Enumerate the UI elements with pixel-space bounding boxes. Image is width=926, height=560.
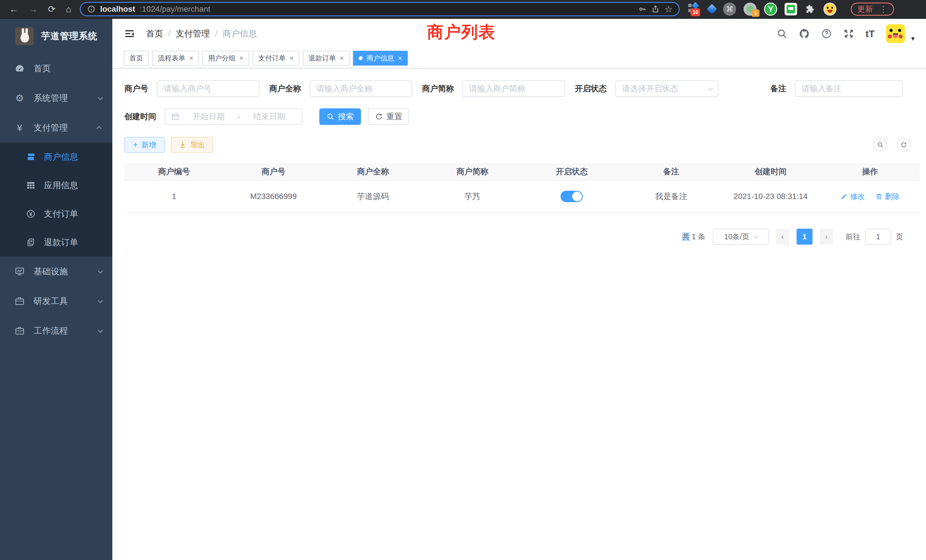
page-info-icon[interactable] [87, 5, 95, 14]
sidebar-item-infrastructure[interactable]: 基础设施 [0, 257, 112, 286]
tab-merchant-info[interactable]: 商户信息 × [353, 51, 408, 65]
goto-page-input[interactable] [865, 229, 891, 245]
extension-command-icon[interactable]: ⌘ [723, 3, 736, 16]
add-button[interactable]: + 新增 [124, 137, 165, 153]
column-header: 商户全称 [323, 166, 423, 177]
refresh-table-button[interactable] [897, 138, 911, 152]
tab-process-form[interactable]: 流程表单 × [152, 51, 199, 65]
cell-remark: 我是备注 [622, 191, 721, 202]
toggle-search-button[interactable] [873, 138, 887, 152]
cell-short-name: 芋艿 [422, 191, 522, 202]
sidebar-item-dev-tools[interactable]: 研发工具 [0, 286, 112, 316]
column-header: 备注 [622, 166, 721, 177]
sidebar-collapse-icon[interactable] [124, 28, 135, 39]
extension-y-icon[interactable]: Y [764, 3, 777, 16]
tab-label: 首页 [129, 54, 143, 63]
end-date-placeholder[interactable]: 结束日期 [243, 111, 296, 122]
browser-reload-icon[interactable]: ⟳ [48, 5, 56, 14]
filter-full-name: 商户全称 [269, 80, 412, 97]
export-button[interactable]: 导出 [171, 137, 213, 153]
sidebar-item-payment[interactable]: ¥ 支付管理 [0, 113, 112, 142]
remark-input[interactable] [795, 80, 903, 97]
extensions-puzzle-icon[interactable] [805, 3, 816, 15]
delete-link[interactable]: 删除 [875, 192, 900, 201]
extension-chat-icon[interactable] [785, 3, 797, 15]
close-icon[interactable]: × [189, 54, 193, 62]
status-select[interactable]: 请选择开启状态 [615, 80, 719, 97]
cell-status [522, 191, 622, 202]
status-label: 开启状态 [575, 83, 607, 94]
delete-label: 删除 [885, 192, 900, 201]
close-icon[interactable]: × [398, 54, 402, 62]
breadcrumb-home[interactable]: 首页 [146, 28, 163, 39]
edit-link[interactable]: 修改 [840, 192, 865, 201]
sidebar-item-refund-order[interactable]: 退款订单 [0, 228, 112, 257]
prev-page-button[interactable]: ‹ [776, 229, 789, 245]
sidebar-item-label: 工作流程 [34, 325, 98, 337]
search-button[interactable]: 搜索 [319, 108, 361, 125]
fullscreen-icon[interactable] [843, 28, 854, 39]
breadcrumb-separator: / [168, 29, 171, 38]
yen-icon: ¥ [14, 122, 26, 133]
chevron-down-icon [754, 233, 759, 238]
profile-avatar-icon[interactable] [823, 3, 837, 16]
extension-badge: 10 [690, 8, 700, 16]
sidebar-item-pay-order[interactable]: 支付订单 [0, 200, 112, 228]
tab-user-group[interactable]: 用户分组 × [203, 51, 249, 65]
chevron-down-icon [708, 86, 713, 90]
avatar-caret-icon[interactable]: ▾ [911, 35, 915, 42]
extension-tabs-icon[interactable]: 10 [688, 2, 701, 16]
column-header: 商户号 [224, 166, 323, 177]
user-avatar[interactable] [886, 24, 905, 43]
search-icon[interactable] [776, 28, 787, 39]
browser-address-bar[interactable]: localhost:1024/pay/merchant ☆ [80, 2, 680, 16]
tab-refund-order[interactable]: 退款订单 × [303, 51, 350, 65]
tab-pay-order[interactable]: 支付订单 × [253, 51, 300, 65]
browser-home-icon[interactable]: ⌂ [66, 5, 71, 14]
sidebar-item-home[interactable]: 首页 [0, 54, 112, 83]
bookmark-star-icon[interactable]: ☆ [664, 5, 673, 14]
start-date-placeholder[interactable]: 开始日期 [182, 111, 235, 122]
breadcrumb-separator: / [215, 29, 217, 38]
sidebar-item-workflow[interactable]: 工作流程 [0, 316, 112, 345]
extension-status-icon[interactable]: 1 [743, 3, 757, 16]
help-icon[interactable] [821, 28, 832, 39]
browser-forward-icon[interactable]: → [29, 5, 38, 14]
tags-view-bar: 首页 流程表单 × 用户分组 × 支付订单 × 退款订单 × 商户信息 × [112, 48, 926, 68]
date-range-picker[interactable]: 开始日期 - 结束日期 [165, 108, 302, 125]
browser-menu-icon[interactable]: ⋮ [879, 4, 888, 14]
sidebar-item-system[interactable]: ⚙ 系统管理 [0, 83, 112, 113]
total-count: 1 [691, 232, 696, 241]
page-size-select[interactable]: 10条/页 [713, 229, 769, 245]
breadcrumb-payment[interactable]: 支付管理 [176, 28, 210, 39]
close-icon[interactable]: × [340, 54, 344, 62]
browser-back-icon[interactable]: ← [9, 5, 18, 14]
table-row: 1 M233666999 芋道源码 芋艿 我是备注 2021-10-23 08:… [124, 181, 920, 213]
sidebar-item-merchant-info[interactable]: 商户信息 [0, 142, 112, 171]
top-navbar: 首页 / 支付管理 / 商户信息 商户列表 [112, 19, 926, 48]
tab-home[interactable]: 首页 [124, 51, 149, 65]
trash-icon [875, 193, 883, 200]
extension-gem-icon[interactable] [707, 4, 717, 15]
status-toggle[interactable] [560, 191, 583, 202]
reset-button[interactable]: 重置 [368, 108, 409, 125]
close-icon[interactable]: × [290, 54, 294, 62]
next-page-button[interactable]: › [820, 229, 833, 245]
merchant-no-input[interactable] [157, 80, 259, 97]
close-icon[interactable]: × [239, 54, 244, 62]
page-unit-label: 页 [896, 232, 903, 242]
font-size-icon[interactable]: tT [865, 28, 875, 39]
current-page-button[interactable]: 1 [797, 229, 813, 245]
browser-update-button[interactable]: 更新 ⋮ [851, 3, 894, 16]
short-name-input[interactable] [462, 80, 565, 97]
app-logo-block[interactable]: 芋道管理系统 [0, 19, 112, 54]
full-name-input[interactable] [310, 80, 412, 97]
share-icon[interactable] [651, 5, 660, 14]
github-icon[interactable] [799, 28, 809, 39]
sidebar-item-app-info[interactable]: 应用信息 [0, 171, 112, 200]
cell-create-time: 2021-10-23 08:31:14 [721, 192, 820, 201]
dashboard-icon [14, 63, 26, 74]
column-header: 操作 [820, 166, 920, 177]
password-key-icon[interactable] [638, 5, 647, 14]
monitor-chart-icon [14, 266, 26, 277]
